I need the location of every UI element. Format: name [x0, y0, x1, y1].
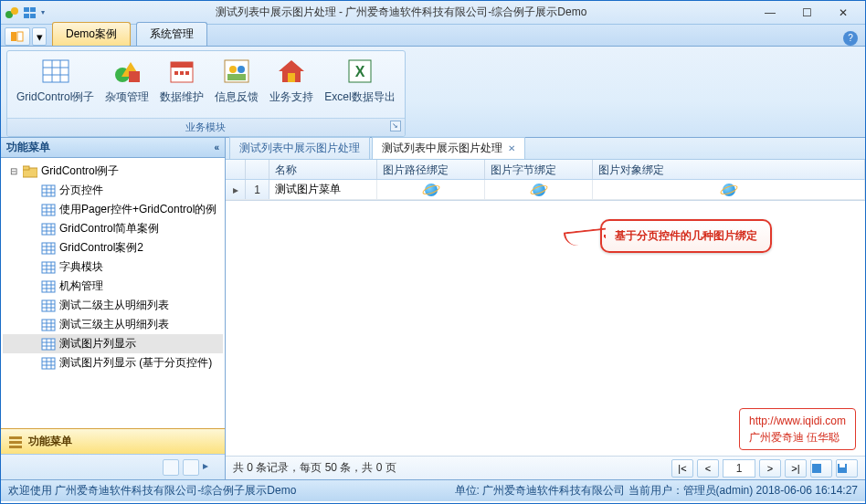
status-left: 欢迎使用 广州爱奇迪软件科技有限公司-综合例子展示Demo	[8, 483, 296, 499]
ribbon-support[interactable]: 业务支持	[264, 53, 319, 116]
tree-item[interactable]: 测试二级主从明细列表	[3, 296, 223, 315]
cell-object[interactable]	[593, 180, 865, 199]
svg-rect-20	[185, 71, 189, 75]
ribbon-gridcontrol[interactable]: GridControl例子	[11, 53, 100, 116]
pager-last[interactable]: >|	[785, 459, 807, 478]
app-menu-button[interactable]	[5, 27, 30, 46]
grid-icon	[41, 57, 70, 86]
doc-tab-1[interactable]: 测试列表中展示图片处理 ✕	[372, 137, 525, 159]
cell-name[interactable]: 测试图片菜单	[269, 180, 377, 199]
grid-small-icon	[41, 242, 56, 255]
grid-small-icon	[41, 184, 56, 197]
ie-icon	[425, 184, 438, 196]
svg-rect-86	[840, 464, 845, 467]
tab-close-icon[interactable]: ✕	[508, 143, 515, 153]
pager-first[interactable]: |<	[671, 459, 693, 478]
ribbon-misc[interactable]: 杂项管理	[100, 53, 154, 116]
sidebar-opt-2[interactable]	[183, 459, 199, 476]
doc-tab-0[interactable]: 测试列表中展示图片处理	[229, 137, 370, 159]
svg-point-22	[229, 66, 237, 73]
pager-page-input[interactable]: 1	[723, 459, 755, 478]
tree-item-label: GridControl案例2	[59, 240, 143, 256]
svg-rect-82	[9, 441, 22, 444]
tree-item[interactable]: GridControl案例2	[3, 238, 223, 257]
cell-bytes[interactable]	[485, 180, 593, 199]
tree-item-label: 测试三级主从明细列表	[59, 317, 169, 332]
tree-item[interactable]: 测试图片列显示 (基于分页控件)	[3, 353, 223, 373]
close-button[interactable]: ✕	[825, 2, 861, 24]
sidebar-footer: ▸	[1, 454, 225, 479]
grid-small-icon	[41, 357, 56, 370]
ribbon-label: 数据维护	[160, 89, 204, 105]
ribbon-excel[interactable]: X Excel数据导出	[319, 53, 400, 116]
window-title: 测试列表中展示图片处理 - 广州爱奇迪软件科技有限公司-综合例子展示Demo	[50, 5, 752, 20]
pager-prev[interactable]: <	[697, 459, 719, 478]
tree-root[interactable]: ⊟ GridControl例子	[3, 162, 223, 181]
cell-path[interactable]	[377, 180, 485, 199]
ribbon-data[interactable]: 数据维护	[154, 53, 209, 116]
tree-item[interactable]: GridControl简单案例	[3, 219, 223, 238]
sidebar-header: 功能菜单 «	[1, 138, 225, 158]
row-indicator-header	[226, 160, 246, 179]
col-bytes[interactable]: 图片字节绑定	[485, 160, 593, 179]
ribbon: GridControl例子 杂项管理 数据维护 信息反馈 业务支持 X Exce…	[1, 47, 865, 138]
pager-export[interactable]	[810, 459, 832, 478]
col-name[interactable]: 名称	[269, 160, 377, 179]
svg-rect-5	[30, 14, 36, 18]
svg-text:X: X	[355, 64, 365, 79]
sidebar-section-button[interactable]: 功能菜单	[1, 428, 225, 454]
grid-small-icon	[41, 280, 56, 293]
svg-rect-56	[42, 281, 55, 292]
help-icon[interactable]: ?	[843, 31, 858, 46]
svg-rect-3	[30, 7, 36, 12]
tree-item[interactable]: 字典模块	[3, 257, 223, 277]
svg-point-1	[11, 7, 18, 15]
svg-rect-83	[9, 446, 22, 448]
tree-item-label: 测试二级主从明细列表	[59, 298, 169, 313]
svg-rect-18	[174, 71, 178, 75]
titlebar-quick-icons: ▾	[5, 5, 50, 20]
col-path[interactable]: 图片路径绑定	[377, 160, 485, 179]
maximize-button[interactable]: ☐	[788, 2, 825, 24]
tree-item[interactable]: 测试图片列显示	[3, 334, 223, 353]
grid-header: 名称 图片路径绑定 图片字节绑定 图片对象绑定	[226, 160, 865, 180]
sidebar-opt-1[interactable]	[163, 459, 179, 476]
sidebar-more-icon[interactable]: ▸	[203, 459, 219, 476]
grid-row[interactable]: ▸ 1 测试图片菜单	[226, 180, 865, 200]
svg-point-23	[238, 66, 245, 73]
menu-icon	[8, 435, 23, 449]
tree-item-label: 分页控件	[59, 183, 103, 198]
minimize-button[interactable]: —	[752, 2, 788, 24]
tree-item[interactable]: 使用Pager控件+GridControl的例	[3, 200, 223, 219]
folder-icon	[23, 165, 37, 178]
collapse-icon[interactable]: «	[214, 142, 219, 152]
ribbon-feedback[interactable]: 信息反馈	[209, 53, 264, 116]
pager-save[interactable]	[836, 459, 858, 478]
svg-rect-51	[42, 262, 55, 273]
layout-icon[interactable]	[23, 5, 37, 20]
tree-item[interactable]: 分页控件	[3, 181, 223, 200]
row-indicator: ▸	[226, 180, 246, 199]
pager-next[interactable]: >	[759, 459, 781, 478]
app-icon	[5, 5, 19, 20]
app-menu-dropdown[interactable]: ▾	[32, 27, 47, 46]
tree-item[interactable]: 机构管理	[3, 277, 223, 296]
menu-strip: ▾ Demo案例 系统管理 ?	[1, 25, 865, 47]
ribbon-label: 业务支持	[269, 89, 313, 105]
expand-toggle-icon[interactable]: ⊟	[8, 166, 19, 176]
status-right: 单位: 广州爱奇迪软件科技有限公司 当前用户：管理员(admin) 2018-0…	[455, 483, 858, 499]
svg-rect-26	[288, 73, 295, 82]
tab-system[interactable]: 系统管理	[136, 22, 207, 46]
dropdown-arrow-icon[interactable]: ▾	[41, 5, 50, 20]
tab-demo[interactable]: Demo案例	[52, 22, 131, 46]
grid-small-icon	[41, 223, 56, 236]
svg-rect-19	[180, 71, 184, 75]
tree-item[interactable]: 测试三级主从明细列表	[3, 315, 223, 334]
svg-rect-24	[227, 74, 246, 80]
tree-item-label: 使用Pager控件+GridControl的例	[59, 202, 216, 217]
col-object[interactable]: 图片对象绑定	[593, 160, 865, 179]
shapes-icon	[112, 57, 142, 86]
tree-item-label: 测试图片列显示 (基于分页控件)	[59, 355, 212, 371]
ribbon-group-title: 业务模块 ↘	[7, 118, 405, 136]
ribbon-expand-icon[interactable]: ↘	[390, 121, 401, 131]
